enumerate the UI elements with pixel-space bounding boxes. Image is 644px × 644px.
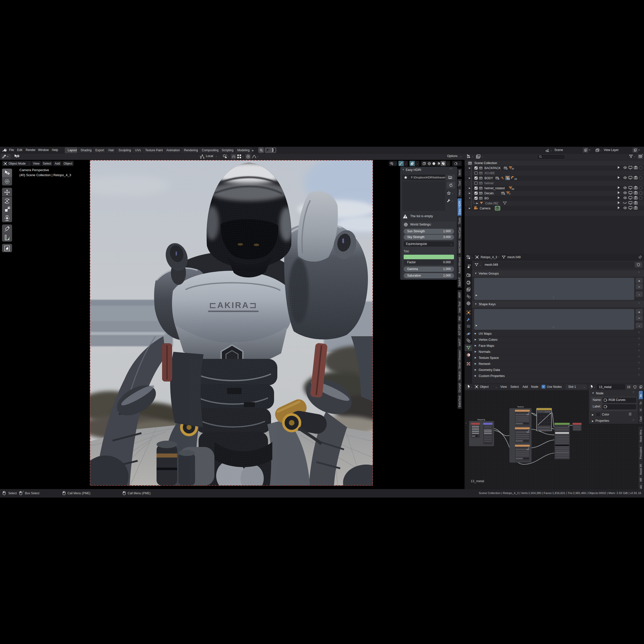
svg-text:Texture: Texture xyxy=(517,406,524,408)
svg-text:›: › xyxy=(466,422,467,425)
svg-text:Mapping: Mapping xyxy=(477,419,485,421)
svg-text:13_metal: 13_metal xyxy=(471,479,484,483)
